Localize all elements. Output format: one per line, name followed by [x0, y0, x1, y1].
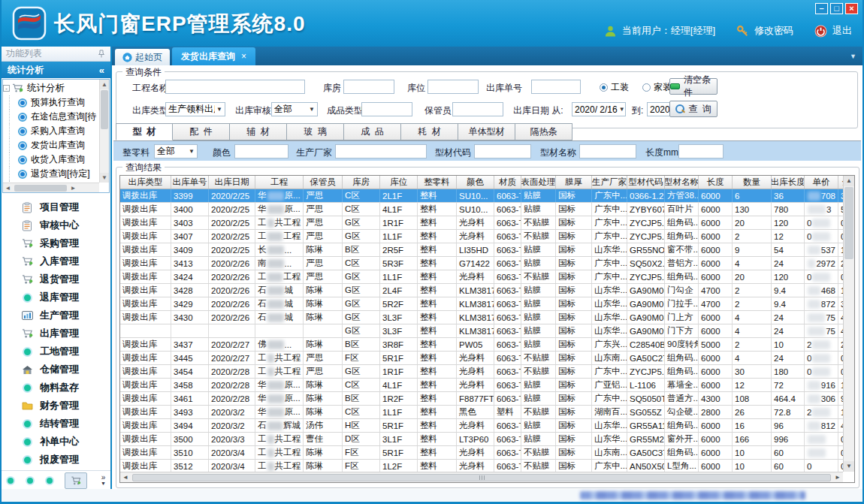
material-tab-成品[interactable]: 成 品 [344, 123, 401, 140]
whole-part-combo[interactable]: 全部▼ [154, 144, 198, 158]
column-header-出库类型[interactable]: 出库类型 [120, 176, 171, 189]
profile-code-input[interactable] [474, 144, 531, 158]
search-button[interactable]: 查 询 [669, 101, 717, 117]
column-header-长度[interactable]: 长度 [699, 176, 733, 189]
table-row[interactable]: 调拨出库35002020/3/3工共工程曹佳D区3L1F整料LT3P606063… [120, 433, 843, 446]
tab-home[interactable]: 起始页 [115, 49, 170, 65]
table-row[interactable]: 调拨出库35122020/3/4工共工程陈琳F区1L2F整料光身料6063-T5… [120, 460, 843, 472]
scroll-left-icon[interactable]: ◄ [3, 185, 13, 192]
table-row[interactable]: 调拨出库34132020/2/26南...严思C区5R3F整料G71422606… [120, 257, 843, 270]
profile-name-input[interactable] [579, 144, 636, 158]
sidebar-item-退货管理[interactable]: 退货管理 [2, 270, 110, 288]
table-row[interactable]: 调拨出库34302020/2/26石城陈琳G区3L3F整料KLM38176063… [120, 311, 843, 324]
tree-item-active[interactable]: 发货出库查询 [3, 138, 99, 152]
column-header-出库单号[interactable]: 出库单号 [171, 176, 209, 189]
sidebar-item-物料盘存[interactable]: 物料盘存 [2, 379, 110, 397]
table-row[interactable]: 调拨出库34292020/2/26石城陈琳G区5R2F整料KLM38176063… [120, 297, 843, 311]
scroll-left-icon[interactable]: ◄ [120, 474, 131, 481]
column-header-型材代码[interactable]: 型材代码 [627, 176, 665, 189]
close-button[interactable]: × [845, 3, 858, 14]
sidebar-item-财务管理[interactable]: 财务管理 [2, 397, 110, 415]
tree-item-node[interactable]: 收货入库查询 [3, 152, 99, 167]
warehouse-input[interactable] [343, 80, 394, 94]
table-row[interactable]: 调拨出库34942020/3/2石辉城汤伟H区5R1F整料光身料6063-T5贴… [120, 419, 843, 433]
tree-vertical-scrollbar[interactable]: ▲ ▼ [99, 80, 109, 183]
table-row[interactable]: 调拨出库33992020/2/25华原...严思C区2L1F整料SU10...6… [120, 189, 843, 203]
material-tab-单体型材[interactable]: 单体型材 [458, 123, 515, 140]
date-from-picker[interactable]: 2020/ 2/16▼ [572, 102, 626, 116]
color-input[interactable] [234, 144, 289, 158]
project-name-input[interactable] [165, 80, 305, 94]
location-input[interactable] [427, 80, 479, 94]
tree-item-node[interactable]: 采购入库查询 [3, 124, 99, 138]
column-header-型材名称[interactable]: 型材名称 [665, 176, 699, 189]
column-header-数量[interactable]: 数量 [733, 176, 772, 189]
table-row[interactable]: 调拨出库34932020/3/2华原...陈琳C区1L1F整料黑色塑料不贴膜国标… [120, 406, 843, 419]
sidebar-item-工地管理[interactable]: 工地管理 [2, 343, 110, 361]
sidebar-item-退库管理[interactable]: 退库管理 [2, 288, 110, 306]
table-row[interactable]: 调拨出库34092020/2/25长...陈琳B区2R5F整料LI35HD606… [120, 243, 843, 257]
radio-gongzhuang[interactable]: 工装 [600, 81, 629, 94]
overflow-menu-button[interactable]: » ▼ [101, 475, 106, 487]
sidebar-item-仓储管理[interactable]: 仓储管理 [2, 361, 110, 379]
table-row[interactable]: 调拨出库34072020/2/25工工程严思G区1L1F整料光身料6063-T5… [120, 230, 843, 243]
column-header-生产厂家[interactable]: 生产厂家 [592, 176, 627, 189]
pin-icon[interactable] [97, 50, 106, 59]
table-row[interactable]: 调拨出库34452020/2/27工共工程严思F区5R1F整料光身料6063-T… [120, 352, 843, 365]
material-tab-型材[interactable]: 型 材 [116, 123, 173, 140]
table-row[interactable]: 调拨出库34282020/2/26石城陈琳G区2L4F整料KLM38176063… [120, 284, 843, 297]
table-row[interactable]: 调拨出库34002020/2/25华原...严思C区4L1F整料SU10...6… [120, 203, 843, 216]
sidebar-item-报废管理[interactable]: 报废管理 [2, 451, 110, 469]
column-header-出库日期[interactable]: 出库日期 [209, 176, 255, 189]
material-tab-玻璃[interactable]: 玻 璃 [287, 123, 344, 140]
cart-toolbar-button[interactable] [65, 472, 87, 489]
out-type-combo[interactable]: 生产领料出库▼ [165, 102, 225, 116]
minimize-button[interactable]: – [815, 3, 828, 14]
collapse-icon[interactable]: « [99, 65, 104, 76]
table-row[interactable]: 调拨出库34582020/2/28华原...陈琳C区4L1F整料光身料6063-… [120, 379, 843, 392]
tree-root[interactable]: -统计分析 [3, 81, 99, 95]
column-header-保管员[interactable]: 保管员 [304, 176, 343, 189]
material-tab-配件[interactable]: 配 件 [173, 123, 230, 140]
scroll-thumb[interactable] [101, 90, 108, 129]
length-input[interactable] [678, 144, 724, 158]
table-row[interactable]: 调拨出库34612020/2/28华原...陈琳B区1R2F整料F8877FT6… [120, 392, 843, 406]
scroll-up-icon[interactable]: ▲ [844, 176, 854, 186]
tree-item-node[interactable]: 退货查询[待定] [3, 167, 99, 181]
scroll-thumb[interactable] [132, 474, 831, 481]
scroll-up-icon[interactable]: ▲ [100, 80, 109, 89]
scroll-right-icon[interactable]: ► [832, 474, 843, 481]
scroll-right-icon[interactable]: ► [68, 185, 78, 192]
sidebar-item-结转管理[interactable]: 结转管理 [2, 415, 110, 433]
scroll-down-icon[interactable]: ▼ [100, 173, 109, 183]
material-tab-耗材[interactable]: 耗 材 [401, 123, 458, 140]
table-row[interactable]: 调拨出库34542020/2/28工共工程严思G区1R1F整料光身料6063-T… [120, 365, 843, 379]
maximize-button[interactable]: □ [830, 3, 843, 14]
column-header-膜厚[interactable]: 膜厚 [556, 176, 592, 189]
module-dot-icon[interactable] [6, 476, 15, 485]
order-no-input[interactable] [531, 80, 581, 94]
sidebar-item-采购管理[interactable]: 采购管理 [2, 234, 110, 252]
sidebar-item-入库管理[interactable]: 入库管理 [2, 252, 110, 270]
scroll-down-icon[interactable]: ▼ [844, 461, 854, 472]
table-row[interactable]: 调拨出库34032020/2/25工共工程严思G区1R1F整料光身料6063-T… [120, 216, 843, 230]
column-header-工程[interactable]: 工程 [255, 176, 304, 189]
column-header-单价[interactable]: 单价 [805, 176, 838, 189]
column-header-库位[interactable]: 库位 [380, 176, 418, 189]
sidebar-item-补单中心[interactable]: 补单中心 [2, 433, 110, 451]
material-tab-隔热条[interactable]: 隔热条 [515, 123, 572, 140]
table-horizontal-scrollbar[interactable]: ◄ ► [120, 472, 843, 482]
column-header-整零料[interactable]: 整零料 [418, 176, 457, 189]
sidebar-item-出库管理[interactable]: 出库管理 [2, 324, 110, 343]
clear-conditions-button[interactable]: 清空条件 [669, 78, 717, 95]
module-dot-icon[interactable] [26, 476, 35, 485]
column-header-出库长度[interactable]: 出库长度 [772, 176, 805, 189]
sidebar-item-审核中心[interactable]: 审核中心 [2, 216, 110, 234]
sidebar-item-生产管理[interactable]: 生产管理 [2, 306, 110, 324]
maker-input[interactable] [335, 144, 427, 158]
table-row[interactable]: G区3L3F整料KLM38176063-T5贴膜国标山东华...GA90M09.… [120, 324, 843, 338]
module-dot-icon[interactable] [45, 476, 54, 485]
column-header-颜色[interactable]: 颜色 [457, 176, 494, 189]
sidebar-section-header[interactable]: 统计分析 « [2, 62, 110, 78]
column-header-材质[interactable]: 材质 [494, 176, 521, 189]
